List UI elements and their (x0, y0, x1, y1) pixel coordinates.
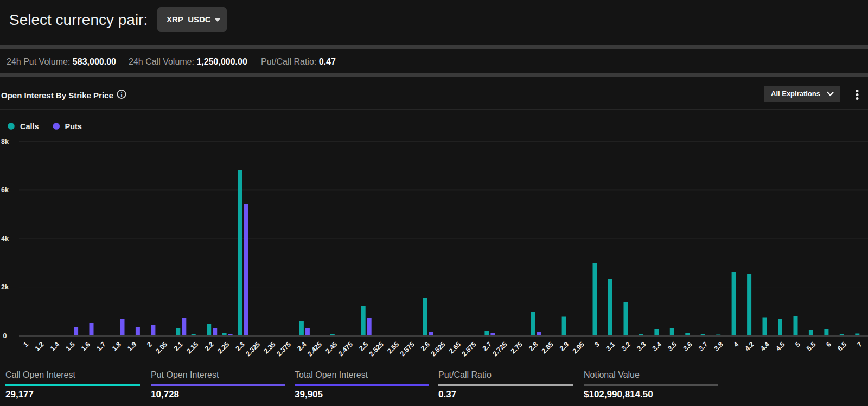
svg-text:3.6: 3.6 (682, 340, 694, 352)
svg-text:2.25: 2.25 (216, 340, 231, 355)
svg-text:2k: 2k (1, 283, 9, 291)
svg-text:2.55: 2.55 (386, 340, 400, 355)
svg-text:2.425: 2.425 (306, 340, 323, 358)
svg-text:4: 4 (732, 340, 740, 348)
svg-text:4k: 4k (1, 235, 9, 243)
svg-text:2.7: 2.7 (481, 340, 493, 352)
svg-text:1.4: 1.4 (49, 340, 61, 352)
svg-text:3: 3 (593, 340, 601, 348)
svg-text:2.375: 2.375 (275, 340, 292, 358)
svg-text:2.95: 2.95 (571, 340, 586, 355)
svg-text:5: 5 (794, 340, 802, 348)
svg-text:6k: 6k (1, 186, 9, 194)
svg-text:2.575: 2.575 (399, 340, 416, 358)
svg-text:2.675: 2.675 (461, 340, 478, 358)
svg-text:1: 1 (22, 340, 30, 348)
svg-text:4.2: 4.2 (744, 340, 756, 352)
svg-text:1.2: 1.2 (34, 340, 46, 352)
svg-text:3.4: 3.4 (651, 340, 663, 352)
svg-text:1.5: 1.5 (65, 340, 76, 352)
svg-text:3.7: 3.7 (697, 340, 709, 352)
svg-text:3.3: 3.3 (635, 340, 647, 352)
svg-text:1.7: 1.7 (95, 340, 107, 352)
svg-text:2.35: 2.35 (263, 340, 277, 355)
svg-text:2.8: 2.8 (527, 340, 539, 352)
svg-text:3.2: 3.2 (620, 340, 632, 352)
svg-text:2: 2 (145, 340, 154, 348)
svg-text:2.525: 2.525 (368, 340, 385, 358)
svg-text:2.325: 2.325 (244, 340, 261, 358)
svg-text:2.85: 2.85 (540, 340, 555, 355)
svg-text:2.1: 2.1 (173, 340, 184, 352)
svg-text:7: 7 (856, 340, 864, 348)
svg-text:2.15: 2.15 (185, 340, 200, 355)
svg-text:3.1: 3.1 (604, 340, 616, 352)
svg-text:Calls: Calls (20, 122, 39, 131)
svg-text:2.3: 2.3 (234, 340, 246, 352)
svg-text:4.5: 4.5 (774, 340, 786, 352)
svg-text:6: 6 (825, 340, 833, 348)
svg-text:5.5: 5.5 (805, 340, 817, 352)
svg-text:2.4: 2.4 (296, 340, 308, 352)
svg-text:1.6: 1.6 (80, 340, 92, 352)
svg-text:2.75: 2.75 (509, 340, 524, 355)
svg-text:3.8: 3.8 (713, 340, 725, 352)
svg-text:2.2: 2.2 (203, 340, 215, 352)
svg-text:4.4: 4.4 (759, 340, 771, 352)
svg-text:3.5: 3.5 (666, 340, 678, 352)
svg-text:2.05: 2.05 (154, 340, 169, 355)
svg-text:2.6: 2.6 (419, 340, 431, 352)
svg-text:6.5: 6.5 (836, 340, 848, 352)
svg-text:0: 0 (3, 332, 7, 340)
svg-text:1.9: 1.9 (126, 340, 138, 352)
svg-text:2.625: 2.625 (430, 340, 447, 358)
svg-text:8k: 8k (1, 138, 9, 145)
svg-text:2.725: 2.725 (491, 340, 508, 358)
svg-text:i: i (120, 91, 123, 99)
svg-text:2.475: 2.475 (337, 340, 354, 358)
svg-text:Puts: Puts (65, 122, 82, 131)
svg-text:1.8: 1.8 (111, 340, 123, 352)
svg-text:2.5: 2.5 (358, 340, 369, 352)
svg-text:2.9: 2.9 (558, 340, 570, 352)
svg-text:2.45: 2.45 (324, 340, 339, 355)
